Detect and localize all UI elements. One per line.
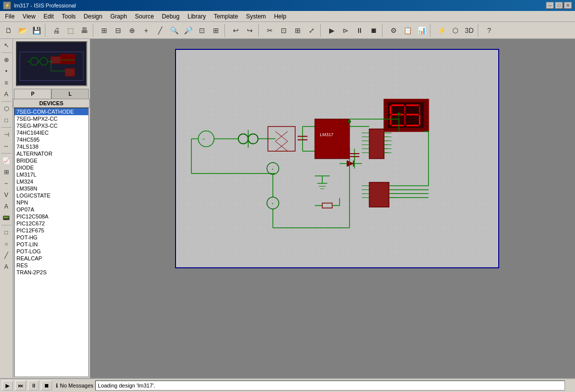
curr-probe-tool[interactable]: A bbox=[1, 201, 12, 212]
device-item-tran-2p2s[interactable]: TRAN-2P2S bbox=[14, 269, 88, 276]
select-tool[interactable]: ↖ bbox=[1, 40, 12, 51]
2d-text-tool[interactable]: A bbox=[1, 261, 12, 272]
print2-button[interactable]: 🖶 bbox=[78, 24, 91, 37]
add-wire-button[interactable]: ╱ bbox=[154, 24, 167, 37]
device-item-7seg-com-cathode[interactable]: 7SEG-COM-CATHODE bbox=[14, 108, 88, 115]
menu-design[interactable]: Design bbox=[80, 12, 106, 21]
menu-file[interactable]: File bbox=[1, 12, 18, 21]
devices-header: DEVICES bbox=[13, 99, 90, 108]
tab-l[interactable]: L bbox=[51, 89, 89, 99]
device-item-realcap[interactable]: REALCAP bbox=[14, 255, 88, 262]
play-button[interactable]: ▶ bbox=[325, 24, 338, 37]
prop-button[interactable]: ⚙ bbox=[387, 24, 400, 37]
virtual-inst-tool[interactable]: 📟 bbox=[1, 212, 12, 223]
help-btn[interactable]: ? bbox=[483, 24, 496, 37]
new-button[interactable]: 🗋 bbox=[2, 24, 15, 37]
minimize-button[interactable]: ─ bbox=[546, 2, 554, 9]
device-item-alternator[interactable]: ALTERNATOR bbox=[14, 150, 88, 157]
device-item-lm358n[interactable]: LM358N bbox=[14, 185, 88, 192]
zoom-in-button[interactable]: 🔍 bbox=[168, 24, 181, 37]
menu-debug[interactable]: Debug bbox=[158, 12, 184, 21]
zoom-box-button[interactable]: ⊞ bbox=[209, 24, 222, 37]
graph-tool[interactable]: 📈 bbox=[1, 155, 12, 166]
volt-probe-tool[interactable]: V bbox=[1, 190, 12, 200]
wire-label-tool[interactable]: ≡ bbox=[1, 77, 12, 88]
add-component-button[interactable]: ⊕ bbox=[126, 24, 139, 37]
cut-button[interactable]: ✂ bbox=[263, 24, 276, 37]
zoom-out-button[interactable]: 🔎 bbox=[182, 24, 194, 37]
subcircuit-tool[interactable]: □ bbox=[1, 115, 12, 126]
isis-button[interactable]: ⚡ bbox=[435, 24, 448, 37]
menu-library[interactable]: Library bbox=[184, 12, 210, 21]
menu-edit[interactable]: Edit bbox=[39, 12, 58, 21]
device-item-pic12c508a[interactable]: PIC12C508A bbox=[14, 213, 88, 220]
schematic-area[interactable]: ~ bbox=[175, 49, 499, 268]
device-item-74ls138[interactable]: 74LS138 bbox=[14, 143, 88, 150]
menu-graph[interactable]: Graph bbox=[106, 12, 131, 21]
maximize-button[interactable]: □ bbox=[555, 2, 563, 9]
undo-button[interactable]: ↩ bbox=[229, 24, 242, 37]
move-button[interactable]: ⤢ bbox=[305, 24, 318, 37]
menu-template[interactable]: Template bbox=[210, 12, 242, 21]
device-item-lm324[interactable]: LM324 bbox=[14, 178, 88, 185]
copy-button[interactable]: ⊡ bbox=[277, 24, 290, 37]
device-item-lm317l[interactable]: LM317L bbox=[14, 171, 88, 178]
terminal-tool[interactable]: ⊣ bbox=[1, 129, 12, 140]
device-item-pic12c672[interactable]: PIC12C672 bbox=[14, 220, 88, 227]
line-tool[interactable]: ╱ bbox=[1, 250, 12, 261]
menu-help[interactable]: Help bbox=[270, 12, 290, 21]
device-item-74hc595[interactable]: 74HC595 bbox=[14, 136, 88, 143]
device-item-op07a[interactable]: OP07A bbox=[14, 206, 88, 213]
play-sim-button[interactable]: ▶ bbox=[2, 381, 13, 391]
step-sim-button[interactable]: ⏭ bbox=[15, 381, 26, 391]
pause-sim-button[interactable]: ⏸ bbox=[28, 381, 39, 391]
device-item-diode[interactable]: DIODE bbox=[14, 164, 88, 171]
device-item-7seg-mpx3-cc[interactable]: 7SEG-MPX3-CC bbox=[14, 122, 88, 129]
netlist-button[interactable]: 📋 bbox=[401, 24, 414, 37]
menu-system[interactable]: System bbox=[242, 12, 270, 21]
menu-source[interactable]: Source bbox=[131, 12, 158, 21]
zoom-fit-button[interactable]: ⊡ bbox=[195, 24, 208, 37]
device-item-bridge[interactable]: BRIDGE bbox=[14, 157, 88, 164]
junction-tool[interactable]: • bbox=[1, 66, 12, 77]
ares-button[interactable]: ⬡ bbox=[449, 24, 462, 37]
save-button[interactable]: 💾 bbox=[30, 24, 43, 37]
device-item-pot-lin[interactable]: POT-LIN bbox=[14, 241, 88, 248]
circle-tool[interactable]: ○ bbox=[1, 238, 12, 249]
device-list[interactable]: 7SEG-COM-CATHODE7SEG-MPX2-CC7SEG-MPX3-CC… bbox=[14, 108, 89, 377]
grid2-button[interactable]: ⊟ bbox=[112, 24, 125, 37]
run-step-button[interactable]: ⊳ bbox=[339, 24, 352, 37]
stop-button2[interactable]: ⏹ bbox=[367, 24, 380, 37]
canvas-area[interactable]: ~ bbox=[90, 39, 575, 378]
port-tool[interactable]: ↔ bbox=[1, 141, 12, 152]
tape-tool[interactable]: ⊞ bbox=[1, 167, 12, 178]
paste-button[interactable]: ⊞ bbox=[291, 24, 304, 37]
close-button[interactable]: ✕ bbox=[564, 2, 572, 9]
tab-p[interactable]: P bbox=[14, 89, 51, 99]
bus-tool[interactable]: ⬡ bbox=[1, 103, 12, 114]
print-button[interactable]: 🖨 bbox=[50, 24, 63, 37]
device-item-logicstate[interactable]: LOGICSTATE bbox=[14, 192, 88, 199]
menu-view[interactable]: View bbox=[18, 12, 39, 21]
device-item-7seg-mpx2-cc[interactable]: 7SEG-MPX2-CC bbox=[14, 115, 88, 122]
add-junction-button[interactable]: + bbox=[140, 24, 153, 37]
device-item-pic12f675[interactable]: PIC12F675 bbox=[14, 227, 88, 234]
text-tool[interactable]: A bbox=[1, 89, 12, 100]
stop-sim-button[interactable]: ⏹ bbox=[41, 381, 52, 391]
3d-button[interactable]: 3D bbox=[463, 24, 476, 37]
device-item-74hc164iec[interactable]: 74HC164IEC bbox=[14, 129, 88, 136]
device-item-pot-hg[interactable]: POT-HG bbox=[14, 234, 88, 241]
print-area-button[interactable]: ⬚ bbox=[64, 24, 77, 37]
pause-button2[interactable]: ⏸ bbox=[353, 24, 366, 37]
component-tool[interactable]: ⊕ bbox=[1, 54, 12, 65]
grid-toggle-button[interactable]: ⊞ bbox=[98, 24, 111, 37]
device-item-npn[interactable]: NPN bbox=[14, 199, 88, 206]
device-item-pot-log[interactable]: POT-LOG bbox=[14, 248, 88, 255]
open-button[interactable]: 📂 bbox=[16, 24, 29, 37]
redo-button[interactable]: ↪ bbox=[243, 24, 256, 37]
menu-tools[interactable]: Tools bbox=[58, 12, 80, 21]
box-tool[interactable]: □ bbox=[1, 227, 12, 238]
generator-tool[interactable]: ~ bbox=[1, 178, 12, 189]
bom-button[interactable]: 📊 bbox=[415, 24, 428, 37]
device-item-res[interactable]: RES bbox=[14, 262, 88, 269]
